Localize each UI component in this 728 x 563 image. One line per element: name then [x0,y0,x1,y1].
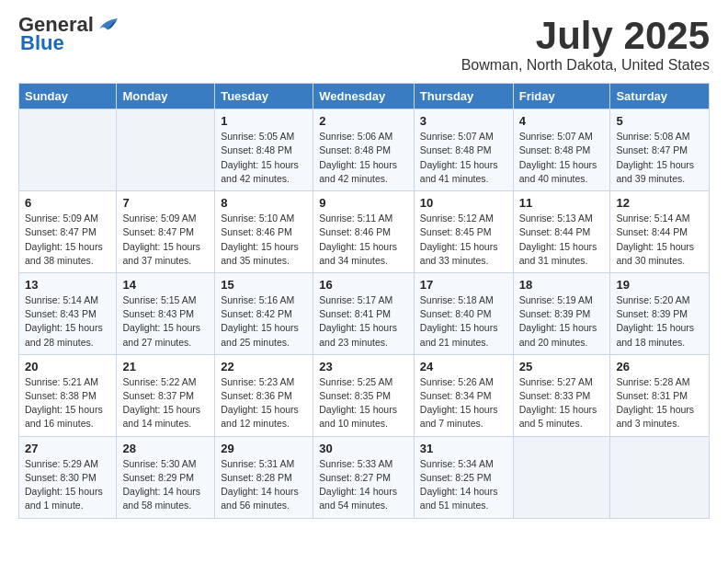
day-of-week-header: Monday [117,84,215,109]
calendar-cell [610,436,710,518]
calendar-cell: 2Sunrise: 5:06 AMSunset: 8:48 PMDaylight… [313,109,415,191]
calendar-cell: 28Sunrise: 5:30 AMSunset: 8:29 PMDayligh… [117,436,215,518]
calendar-header: SundayMondayTuesdayWednesdayThursdayFrid… [19,84,710,109]
calendar-cell: 17Sunrise: 5:18 AMSunset: 8:40 PMDayligh… [414,272,513,354]
day-info: Sunrise: 5:14 AMSunset: 8:44 PMDaylight:… [616,212,703,268]
day-number: 19 [616,278,703,292]
day-info: Sunrise: 5:25 AMSunset: 8:35 PMDaylight:… [319,375,408,431]
day-info: Sunrise: 5:33 AMSunset: 8:27 PMDaylight:… [319,457,408,513]
day-info: Sunrise: 5:09 AMSunset: 8:47 PMDaylight:… [25,212,110,268]
day-number: 17 [420,278,507,292]
day-info: Sunrise: 5:18 AMSunset: 8:40 PMDaylight:… [420,293,507,350]
calendar-week-row: 1Sunrise: 5:05 AMSunset: 8:48 PMDaylight… [19,109,710,191]
calendar-cell: 10Sunrise: 5:12 AMSunset: 8:45 PMDayligh… [414,191,513,273]
calendar-cell: 22Sunrise: 5:23 AMSunset: 8:36 PMDayligh… [215,354,313,436]
day-number: 24 [420,360,507,373]
day-info: Sunrise: 5:12 AMSunset: 8:45 PMDaylight:… [420,212,507,268]
day-info: Sunrise: 5:16 AMSunset: 8:42 PMDaylight:… [221,293,307,350]
calendar-cell: 6Sunrise: 5:09 AMSunset: 8:47 PMDaylight… [19,191,117,273]
day-of-week-header: Tuesday [215,84,313,109]
day-number: 8 [221,196,307,210]
logo: General Blue [18,15,118,53]
calendar-cell: 24Sunrise: 5:26 AMSunset: 8:34 PMDayligh… [414,354,513,436]
calendar-cell: 31Sunrise: 5:34 AMSunset: 8:25 PMDayligh… [414,436,513,518]
day-info: Sunrise: 5:05 AMSunset: 8:48 PMDaylight:… [221,130,307,186]
day-info: Sunrise: 5:22 AMSunset: 8:37 PMDaylight:… [122,375,209,431]
calendar-cell: 1Sunrise: 5:05 AMSunset: 8:48 PMDaylight… [215,109,313,191]
day-number: 9 [319,196,408,210]
day-number: 4 [519,114,605,128]
day-info: Sunrise: 5:07 AMSunset: 8:48 PMDaylight:… [519,130,605,186]
day-of-week-header: Wednesday [313,84,415,109]
day-of-week-header: Saturday [610,84,710,109]
calendar-week-row: 27Sunrise: 5:29 AMSunset: 8:30 PMDayligh… [19,436,710,518]
day-number: 1 [221,114,307,128]
day-info: Sunrise: 5:29 AMSunset: 8:30 PMDaylight:… [25,457,110,513]
page-header: General Blue July 2025 Bowman, North Dak… [18,15,710,74]
day-info: Sunrise: 5:20 AMSunset: 8:39 PMDaylight:… [616,293,703,350]
calendar-cell: 8Sunrise: 5:10 AMSunset: 8:46 PMDaylight… [215,191,313,273]
day-info: Sunrise: 5:30 AMSunset: 8:29 PMDaylight:… [122,457,209,513]
day-number: 18 [519,278,605,292]
calendar-cell: 23Sunrise: 5:25 AMSunset: 8:35 PMDayligh… [313,354,415,436]
day-number: 16 [319,278,408,292]
calendar-cell: 11Sunrise: 5:13 AMSunset: 8:44 PMDayligh… [513,191,610,273]
calendar-cell: 15Sunrise: 5:16 AMSunset: 8:42 PMDayligh… [215,272,313,354]
day-number: 7 [122,196,209,210]
day-number: 11 [519,196,605,210]
day-of-week-header: Sunday [19,84,117,109]
day-info: Sunrise: 5:21 AMSunset: 8:38 PMDaylight:… [25,375,110,431]
calendar-week-row: 13Sunrise: 5:14 AMSunset: 8:43 PMDayligh… [19,272,710,354]
calendar-body: 1Sunrise: 5:05 AMSunset: 8:48 PMDaylight… [19,109,710,518]
calendar-cell [117,109,215,191]
day-info: Sunrise: 5:14 AMSunset: 8:43 PMDaylight:… [25,293,110,350]
day-of-week-header: Friday [513,84,610,109]
logo-blue-text: Blue [20,33,64,53]
day-number: 29 [221,442,307,455]
month-title: July 2025 [461,15,710,57]
calendar-cell: 3Sunrise: 5:07 AMSunset: 8:48 PMDaylight… [414,109,513,191]
day-info: Sunrise: 5:11 AMSunset: 8:46 PMDaylight:… [319,212,408,268]
day-number: 6 [25,196,110,210]
calendar-cell: 18Sunrise: 5:19 AMSunset: 8:39 PMDayligh… [513,272,610,354]
calendar-cell: 14Sunrise: 5:15 AMSunset: 8:43 PMDayligh… [117,272,215,354]
calendar-cell [19,109,117,191]
day-number: 14 [122,278,209,292]
calendar-cell: 25Sunrise: 5:27 AMSunset: 8:33 PMDayligh… [513,354,610,436]
calendar-cell: 13Sunrise: 5:14 AMSunset: 8:43 PMDayligh… [19,272,117,354]
day-info: Sunrise: 5:31 AMSunset: 8:28 PMDaylight:… [221,457,307,513]
day-number: 20 [25,360,110,373]
calendar-cell: 21Sunrise: 5:22 AMSunset: 8:37 PMDayligh… [117,354,215,436]
title-block: July 2025 Bowman, North Dakota, United S… [461,15,710,74]
day-info: Sunrise: 5:07 AMSunset: 8:48 PMDaylight:… [420,130,507,186]
calendar-cell: 12Sunrise: 5:14 AMSunset: 8:44 PMDayligh… [610,191,710,273]
calendar-cell: 16Sunrise: 5:17 AMSunset: 8:41 PMDayligh… [313,272,415,354]
calendar-cell: 4Sunrise: 5:07 AMSunset: 8:48 PMDaylight… [513,109,610,191]
day-number: 26 [616,360,703,373]
calendar-cell: 20Sunrise: 5:21 AMSunset: 8:38 PMDayligh… [19,354,117,436]
calendar-week-row: 6Sunrise: 5:09 AMSunset: 8:47 PMDaylight… [19,191,710,273]
day-info: Sunrise: 5:17 AMSunset: 8:41 PMDaylight:… [319,293,408,350]
day-of-week-header: Thursday [414,84,513,109]
day-info: Sunrise: 5:27 AMSunset: 8:33 PMDaylight:… [519,375,605,431]
day-number: 23 [319,360,408,373]
day-info: Sunrise: 5:13 AMSunset: 8:44 PMDaylight:… [519,212,605,268]
day-info: Sunrise: 5:19 AMSunset: 8:39 PMDaylight:… [519,293,605,350]
calendar-cell: 5Sunrise: 5:08 AMSunset: 8:47 PMDaylight… [610,109,710,191]
day-number: 31 [420,442,507,455]
day-number: 15 [221,278,307,292]
day-info: Sunrise: 5:10 AMSunset: 8:46 PMDaylight:… [221,212,307,268]
day-info: Sunrise: 5:26 AMSunset: 8:34 PMDaylight:… [420,375,507,431]
calendar-cell: 26Sunrise: 5:28 AMSunset: 8:31 PMDayligh… [610,354,710,436]
day-info: Sunrise: 5:34 AMSunset: 8:25 PMDaylight:… [420,457,507,513]
day-number: 3 [420,114,507,128]
calendar-week-row: 20Sunrise: 5:21 AMSunset: 8:38 PMDayligh… [19,354,710,436]
location-title: Bowman, North Dakota, United States [461,57,710,74]
logo-bird-icon [97,17,118,33]
day-number: 2 [319,114,408,128]
calendar-cell: 29Sunrise: 5:31 AMSunset: 8:28 PMDayligh… [215,436,313,518]
day-number: 25 [519,360,605,373]
day-number: 12 [616,196,703,210]
day-number: 22 [221,360,307,373]
calendar-cell: 27Sunrise: 5:29 AMSunset: 8:30 PMDayligh… [19,436,117,518]
